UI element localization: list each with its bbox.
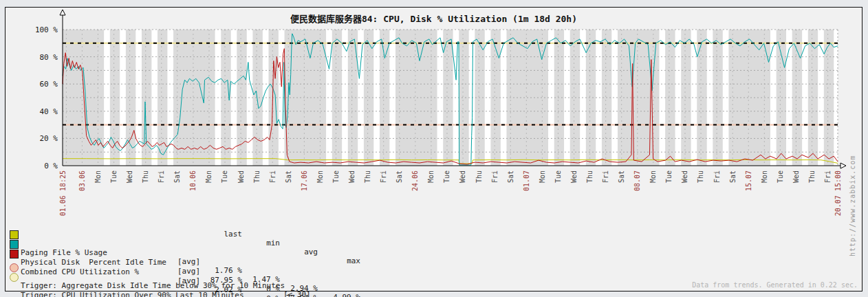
x-tick-label: Tue xyxy=(443,170,451,183)
x-tick-label: Wed xyxy=(459,170,466,183)
x-tick-label: Mon xyxy=(761,170,768,183)
trigger-row-cpu: Trigger: CPU Utilization Over 90% Last 1… xyxy=(6,273,33,282)
series-swatch-disk-idle xyxy=(10,240,19,249)
x-tick-label: Sat xyxy=(729,170,737,183)
x-tick-label: Sat xyxy=(618,170,625,183)
y-tick-label: 80 % xyxy=(40,53,58,62)
x-tick-label: Mon xyxy=(94,170,102,183)
legend-col-min: min xyxy=(243,239,280,248)
x-axis-arrow-icon xyxy=(840,163,846,168)
x-tick-label: Wed xyxy=(681,170,688,183)
legend-header-row: last min avg max xyxy=(6,221,33,230)
trigger-marker-icon xyxy=(10,263,19,272)
trigger-label: Trigger: Aggregate Disk Idle Time below … xyxy=(21,281,285,290)
legend-row-disk-idle: Physical Disk Percent Idle Time [avg] 87… xyxy=(6,240,33,249)
x-tick-label: Thu xyxy=(364,170,371,183)
x-tick-label: 01.07 xyxy=(523,170,530,191)
y-tick-label: 100 % xyxy=(35,25,58,34)
x-tick-label: Mon xyxy=(427,170,435,183)
x-tick-label: 03.06 xyxy=(78,170,86,191)
series-function: [avg] xyxy=(177,257,200,266)
y-tick-label: 60 % xyxy=(40,80,58,89)
x-tick-label: Tue xyxy=(110,170,118,183)
x-tick-label: 15.07 xyxy=(745,170,752,191)
x-tick-label: Mon xyxy=(205,170,213,183)
x-tick-label: Fri xyxy=(602,170,609,183)
zabbix-graph-page: { "header": { "title": "便民数据库服务器84: CPU,… xyxy=(0,0,868,297)
x-tick-label: Fri xyxy=(269,170,276,183)
x-tick-label: 10.06 xyxy=(189,170,197,191)
x-tick-label: Thu xyxy=(253,170,261,183)
y-axis-arrow-icon xyxy=(60,10,65,15)
x-tick-label: Wed xyxy=(570,170,578,183)
y-tick-label: 0 % xyxy=(44,162,58,170)
x-tick-label: Fri xyxy=(713,170,721,183)
trigger-marker-icon xyxy=(10,273,19,282)
x-tick-label: 08.07 xyxy=(633,170,641,191)
zabbix-url-watermark: http://www.zabbix.com xyxy=(849,174,856,256)
x-tick-label: Thu xyxy=(697,170,704,183)
x-tick-label: Fri xyxy=(491,170,499,183)
x-tick-label: 20.07 15:00 xyxy=(834,170,842,216)
series-swatch-paging-file xyxy=(10,230,19,239)
legend-col-last: last xyxy=(205,230,242,239)
x-tick-label: Thu xyxy=(142,170,149,183)
series-last-value: 1.76 % xyxy=(205,266,242,275)
x-tick-label: Fri xyxy=(158,170,165,183)
utilization-chart: 0 %20 %40 %60 %80 %100 %01.06 18:2503.06… xyxy=(6,8,862,291)
x-tick-label: Thu xyxy=(808,170,816,183)
x-tick-label: Thu xyxy=(586,170,594,183)
series-label: Combined CPU Utilization % xyxy=(21,267,139,276)
x-tick-label: 24.06 xyxy=(411,170,419,191)
y-tick-label: 20 % xyxy=(40,134,58,143)
generated-note: Data from trends. Generated in 0.22 sec. xyxy=(692,281,858,289)
x-tick-label: 01.06 18:25 xyxy=(59,170,67,216)
x-tick-label: Sat xyxy=(173,170,181,183)
y-tick-label: 40 % xyxy=(40,107,58,116)
graph-image-frame: 便民数据库服务器84: CPU, Disk % Utilization (1m … xyxy=(5,7,862,292)
series-min-value: 0 % xyxy=(243,294,280,297)
x-tick-label: Tue xyxy=(332,170,340,183)
x-tick-label: Tue xyxy=(221,170,228,183)
series-swatch-cpu xyxy=(10,250,19,258)
x-tick-label: Wed xyxy=(237,170,245,183)
x-tick-label: Sat xyxy=(507,170,514,183)
x-tick-label: Tue xyxy=(665,170,673,183)
x-tick-label: Tue xyxy=(777,170,784,183)
x-tick-label: Fri xyxy=(824,170,832,183)
trigger-label: Trigger: CPU Utilization Over 90% Last 1… xyxy=(21,291,244,297)
legend-row-paging-file: Paging File % Usage [avg] 1.76 % 1.47 % … xyxy=(6,230,33,239)
trigger-threshold: [< 30] xyxy=(283,290,311,297)
x-tick-label: Fri xyxy=(380,170,387,183)
plot-background xyxy=(63,30,838,166)
x-tick-label: Tue xyxy=(554,170,562,183)
trigger-row-disk-idle: Trigger: Aggregate Disk Idle Time below … xyxy=(6,263,33,272)
series-label: Paging File % Usage xyxy=(21,248,107,257)
legend-row-cpu-utilization: Combined CPU Utilization % [avg] 2.02 % … xyxy=(6,250,33,258)
x-tick-label: Sat xyxy=(285,170,292,183)
x-tick-label: Mon xyxy=(539,170,546,183)
x-tick-label: Mon xyxy=(316,170,324,183)
legend-col-max: max xyxy=(316,256,360,265)
series-label: Physical Disk Percent Idle Time xyxy=(21,258,166,267)
series-max-value: 4.99 % xyxy=(316,293,360,297)
x-tick-label: Wed xyxy=(792,170,800,183)
x-tick-label: Thu xyxy=(475,170,483,183)
x-tick-label: 17.06 xyxy=(301,170,308,191)
x-tick-label: Wed xyxy=(348,170,356,183)
legend-col-avg: avg xyxy=(281,248,318,256)
x-tick-label: Sat xyxy=(395,170,403,183)
x-tick-label: Wed xyxy=(126,170,133,183)
x-tick-label: Mon xyxy=(649,170,657,183)
series-function: [avg] xyxy=(177,267,200,276)
